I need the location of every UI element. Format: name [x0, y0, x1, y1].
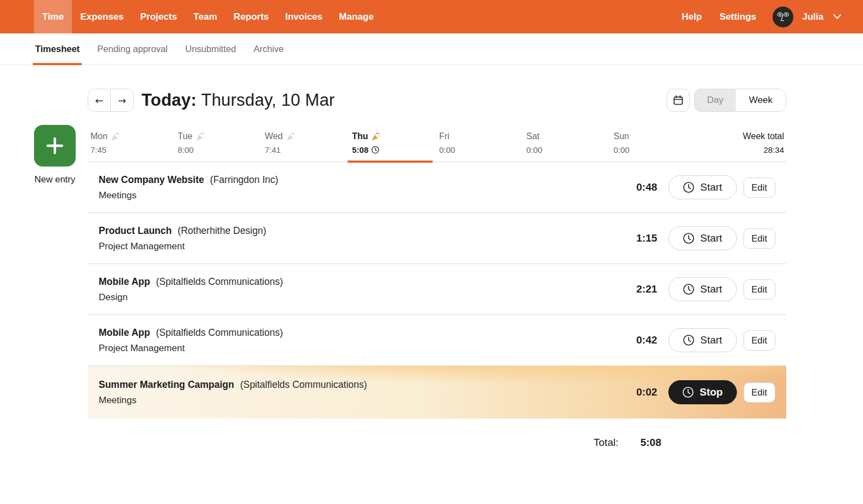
day-total-value: 5:08	[640, 437, 661, 449]
entry-project-name: Mobile App	[99, 327, 150, 338]
week-day-column[interactable]: Thu 5:08	[352, 131, 439, 154]
time-entry-list: New Company Website (Farringdon Inc) Mee…	[88, 162, 786, 419]
day-total-hours: 0:00	[614, 145, 629, 154]
timer-button-label: Start	[700, 181, 722, 193]
time-entry-row: Product Launch (Rotherhithe Design) Proj…	[88, 213, 786, 264]
day-name: Fri	[439, 131, 450, 141]
calendar-icon	[672, 94, 684, 106]
entry-time-value: 2:21	[614, 283, 657, 295]
nav-item-invoices[interactable]: Invoices	[277, 0, 331, 33]
entry-task-name: Meetings	[99, 190, 614, 201]
plus-icon	[45, 136, 65, 156]
tab-archive[interactable]: Archive	[252, 33, 285, 65]
chevron-down-icon[interactable]	[833, 14, 841, 19]
edit-entry-button[interactable]: Edit	[743, 177, 775, 198]
page-title: Today: Thursday, 10 Mar	[141, 90, 335, 110]
timer-button-label: Start	[700, 334, 722, 346]
time-entry-row: Mobile App (Spitalfields Communications)…	[88, 264, 786, 315]
toggle-week-button[interactable]: Week	[736, 89, 786, 111]
clock-icon	[682, 386, 694, 398]
top-nav: Time Expenses Projects Team Reports Invo…	[0, 0, 863, 33]
settings-link[interactable]: Settings	[714, 12, 762, 22]
stop-timer-button[interactable]: Stop	[668, 380, 737, 404]
day-total-hours: 8:00	[178, 145, 194, 154]
user-avatar[interactable]	[773, 7, 793, 27]
timer-button-label: Start	[700, 232, 722, 244]
week-total-value: 28:34	[743, 145, 784, 154]
day-name: Tue	[178, 131, 192, 141]
entry-time-value: 0:42	[614, 334, 657, 346]
nav-item-time[interactable]: Time	[34, 0, 72, 33]
start-timer-button[interactable]: Start	[668, 277, 737, 301]
help-link[interactable]: Help	[676, 12, 707, 22]
calendar-picker-button[interactable]	[667, 89, 690, 112]
day-total-hours: 5:08	[352, 145, 368, 154]
page-title-date: Thursday, 10 Mar	[201, 90, 335, 110]
timer-button-label: Stop	[700, 386, 723, 398]
clock-icon	[683, 232, 695, 244]
entry-project-name: New Company Website	[99, 174, 204, 185]
week-day-column[interactable]: Fri 0:00	[439, 131, 526, 154]
clock-icon	[683, 334, 695, 346]
nav-item-team[interactable]: Team	[185, 0, 225, 33]
day-name: Thu	[352, 131, 368, 141]
entry-task-name: Meetings	[99, 395, 614, 406]
nav-item-expenses[interactable]: Expenses	[72, 0, 132, 33]
entry-client-name: (Spitalfields Communications)	[240, 379, 367, 390]
tab-pending-approval[interactable]: Pending approval	[96, 33, 168, 65]
entry-client-name: (Spitalfields Communications)	[156, 327, 283, 338]
entry-task-name: Project Management	[99, 343, 614, 354]
time-entry-row: Mobile App (Spitalfields Communications)…	[88, 315, 786, 366]
day-total-hours: 0:00	[526, 145, 542, 154]
day-name: Mon	[90, 131, 107, 141]
nav-item-projects[interactable]: Projects	[132, 0, 185, 33]
week-day-column[interactable]: Wed 7:41	[265, 131, 352, 154]
previous-day-button[interactable]: ←	[88, 89, 111, 111]
week-day-column[interactable]: Sun 0:00	[614, 131, 701, 154]
running-clock-icon	[371, 146, 379, 154]
nav-item-manage[interactable]: Manage	[331, 0, 382, 33]
clock-icon	[683, 181, 695, 193]
tab-unsubmitted[interactable]: Unsubmitted	[184, 33, 237, 65]
entry-time-value: 0:02	[614, 386, 657, 398]
week-day-header: Mon 7:45	[88, 128, 786, 162]
edit-entry-button[interactable]: Edit	[743, 330, 775, 351]
page-title-prefix: Today:	[141, 90, 197, 110]
party-popper-icon	[371, 132, 381, 141]
party-popper-icon	[286, 132, 296, 141]
user-name[interactable]: Julia	[802, 12, 824, 22]
start-timer-button[interactable]: Start	[668, 175, 737, 199]
day-name: Wed	[265, 131, 283, 141]
week-day-column[interactable]: Sat 0:00	[526, 131, 614, 154]
day-total: Total: 5:08	[88, 437, 786, 449]
next-day-button[interactable]: →	[111, 89, 133, 111]
entry-project-name: Product Launch	[99, 225, 172, 236]
new-entry-button[interactable]	[34, 125, 76, 167]
day-total-label: Total:	[594, 437, 618, 449]
start-timer-button[interactable]: Start	[668, 226, 737, 250]
edit-entry-button[interactable]: Edit	[743, 279, 775, 300]
time-entry-row: New Company Website (Farringdon Inc) Mee…	[88, 162, 786, 213]
tab-timesheet[interactable]: Timesheet	[34, 33, 81, 65]
nav-item-reports[interactable]: Reports	[225, 0, 277, 33]
time-entry-row: Summer Marketing Campaign (Spitalfields …	[88, 366, 786, 419]
entry-task-name: Project Management	[99, 241, 614, 252]
new-entry-label: New entry	[34, 174, 76, 185]
edit-entry-button[interactable]: Edit	[743, 228, 775, 249]
day-week-toggle: Day Week	[694, 89, 786, 112]
entry-project-name: Mobile App	[99, 276, 150, 287]
entry-time-value: 0:48	[614, 181, 657, 193]
entry-task-name: Design	[99, 292, 614, 303]
day-name: Sun	[614, 131, 629, 141]
clock-icon	[683, 283, 695, 295]
week-total: Week total 28:34	[743, 131, 786, 154]
edit-entry-button[interactable]: Edit	[743, 382, 775, 403]
doodle-face-icon	[773, 7, 793, 27]
start-timer-button[interactable]: Start	[668, 328, 737, 352]
top-nav-items: Time Expenses Projects Team Reports Invo…	[34, 0, 382, 33]
week-day-column[interactable]: Mon 7:45	[90, 131, 178, 154]
toggle-day-button[interactable]: Day	[695, 89, 736, 111]
date-nav-arrows: ← →	[88, 89, 134, 112]
week-day-column[interactable]: Tue 8:00	[178, 131, 265, 154]
entry-client-name: (Spitalfields Communications)	[156, 276, 283, 287]
